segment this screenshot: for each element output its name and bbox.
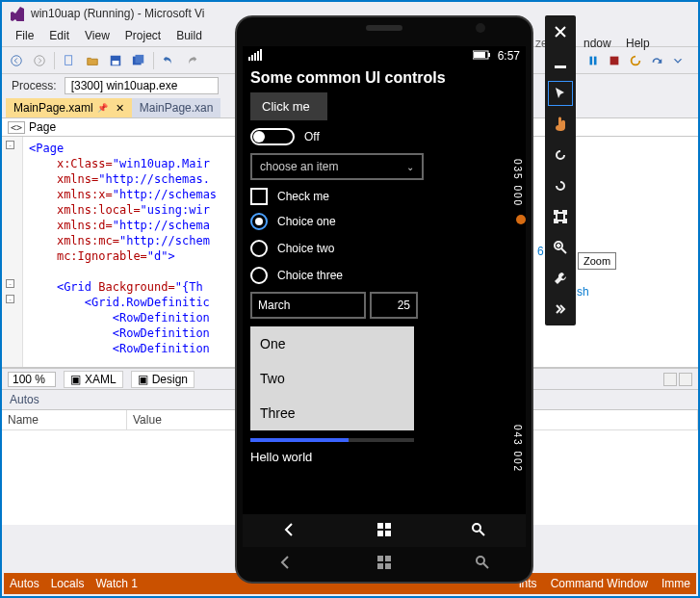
svg-rect-28: [555, 65, 566, 68]
new-file-icon[interactable]: [61, 52, 78, 69]
signal-icon: [248, 49, 264, 64]
emulator-toolbar: [545, 15, 576, 325]
svg-rect-10: [248, 57, 250, 61]
checkbox[interactable]: Check me: [250, 188, 518, 205]
notification-dot-icon: [516, 215, 526, 224]
emu-rotate-right-icon[interactable]: [548, 173, 573, 198]
radio-choice-three[interactable]: Choice three: [250, 267, 518, 284]
list-item[interactable]: One: [250, 326, 414, 361]
checkbox-box: [250, 188, 268, 205]
menu-fragment-ndow[interactable]: ndow: [583, 37, 611, 50]
undo-icon[interactable]: [160, 52, 177, 69]
tab-label: MainPage.xan: [140, 101, 214, 115]
nav-back-icon[interactable]: [8, 52, 25, 69]
stop-icon[interactable]: [606, 52, 623, 69]
menu-help[interactable]: Help: [626, 37, 650, 50]
emu-close-icon[interactable]: [548, 19, 573, 44]
save-icon[interactable]: [107, 52, 124, 69]
split-vertical-icon[interactable]: [679, 373, 692, 386]
click-me-button[interactable]: Click me: [250, 92, 327, 120]
emu-touch-icon[interactable]: [548, 112, 573, 137]
list-item[interactable]: Two: [250, 361, 414, 396]
emu-rotate-left-icon[interactable]: [548, 143, 573, 168]
split-horizontal-icon[interactable]: [663, 373, 677, 386]
list-box[interactable]: One Two Three: [250, 326, 414, 430]
tooltip-zoom: Zoom: [578, 252, 616, 270]
emu-zoom-icon[interactable]: [548, 235, 573, 260]
step-into-icon[interactable]: [669, 52, 687, 69]
search-icon[interactable]: [471, 522, 486, 540]
svg-rect-21: [385, 531, 391, 536]
fps-counter-a: 035 000: [511, 158, 524, 208]
status-watch1[interactable]: Watch 1: [95, 577, 138, 590]
zoom-combo[interactable]: 100 %: [8, 372, 56, 387]
tab-mainpage-xaml[interactable]: MainPage.xaml 📌 ✕: [6, 98, 132, 117]
mode-xaml[interactable]: ▣ XAML: [64, 371, 123, 388]
svg-point-0: [12, 55, 22, 65]
menu-file[interactable]: File: [10, 27, 39, 44]
list-item[interactable]: Three: [250, 396, 414, 430]
emu-more-icon[interactable]: [548, 297, 573, 322]
date-day[interactable]: 25: [370, 292, 418, 319]
open-icon[interactable]: [84, 52, 101, 69]
radio-label: Choice one: [277, 215, 336, 228]
outline-toggle[interactable]: -: [6, 295, 14, 303]
redo-icon[interactable]: [183, 52, 200, 69]
date-month[interactable]: March: [250, 292, 366, 319]
close-icon[interactable]: ✕: [116, 102, 124, 115]
phone-hw-keys: [237, 551, 531, 576]
status-immediate[interactable]: Imme: [661, 577, 690, 590]
outline-toggle[interactable]: -: [6, 279, 14, 288]
svg-point-1: [35, 55, 45, 65]
save-all-icon[interactable]: [130, 52, 147, 69]
combo-label: choose an item: [260, 160, 338, 173]
status-cmd[interactable]: Command Window: [551, 577, 648, 590]
svg-rect-12: [254, 53, 256, 61]
phone-emulator: 6:57 Some common UI controls Click me Of…: [235, 15, 533, 584]
restart-icon[interactable]: [627, 52, 644, 69]
menu-project[interactable]: Project: [119, 27, 167, 44]
svg-rect-11: [251, 55, 253, 61]
emu-pointer-icon[interactable]: [548, 81, 573, 106]
phone-camera: [476, 23, 485, 33]
menu-edit[interactable]: Edit: [43, 27, 75, 44]
emu-minimize-icon[interactable]: [548, 50, 573, 75]
autos-col-name[interactable]: Name: [2, 410, 127, 429]
hw-search-icon[interactable]: [475, 555, 490, 573]
status-locals[interactable]: Locals: [51, 577, 85, 590]
menu-build[interactable]: Build: [170, 27, 208, 44]
process-select[interactable]: [3300] win10uap.exe: [65, 77, 219, 94]
mode-design[interactable]: ▣ Design: [131, 371, 194, 388]
phone-earpiece: [366, 25, 402, 31]
windows-icon[interactable]: [376, 522, 392, 540]
svg-rect-24: [385, 556, 391, 561]
hw-windows-icon[interactable]: [376, 555, 392, 573]
svg-rect-14: [260, 49, 262, 61]
progress-bar: [250, 438, 414, 442]
menu-view[interactable]: View: [79, 27, 116, 44]
svg-rect-26: [385, 563, 391, 569]
nav-fwd-icon[interactable]: [31, 52, 48, 69]
svg-rect-25: [377, 563, 383, 569]
step-over-icon[interactable]: [648, 52, 665, 69]
radio-choice-two[interactable]: Choice two: [250, 240, 518, 257]
toggle-label: Off: [304, 130, 320, 143]
tab-mainpage-xaml-cs[interactable]: MainPage.xan: [132, 98, 221, 117]
status-autos[interactable]: Autos: [10, 577, 39, 590]
vs-logo-icon: [10, 6, 25, 21]
clock: 6:57: [498, 49, 520, 63]
emu-fit-icon[interactable]: [548, 204, 573, 229]
emu-tools-icon[interactable]: [548, 266, 573, 291]
pause-icon[interactable]: [584, 52, 602, 69]
svg-point-27: [477, 557, 484, 564]
toggle-switch[interactable]: Off: [250, 128, 518, 145]
xaml-node[interactable]: Page: [29, 120, 56, 134]
hw-back-icon[interactable]: [278, 555, 294, 573]
date-picker[interactable]: March 25: [250, 292, 518, 319]
tag-icon: <>: [8, 121, 25, 134]
radio-choice-one[interactable]: Choice one: [250, 213, 518, 230]
outline-toggle[interactable]: -: [6, 141, 14, 149]
pin-icon[interactable]: 📌: [97, 103, 108, 113]
back-icon[interactable]: [282, 522, 298, 540]
combo-box[interactable]: choose an item ⌄: [250, 153, 424, 180]
